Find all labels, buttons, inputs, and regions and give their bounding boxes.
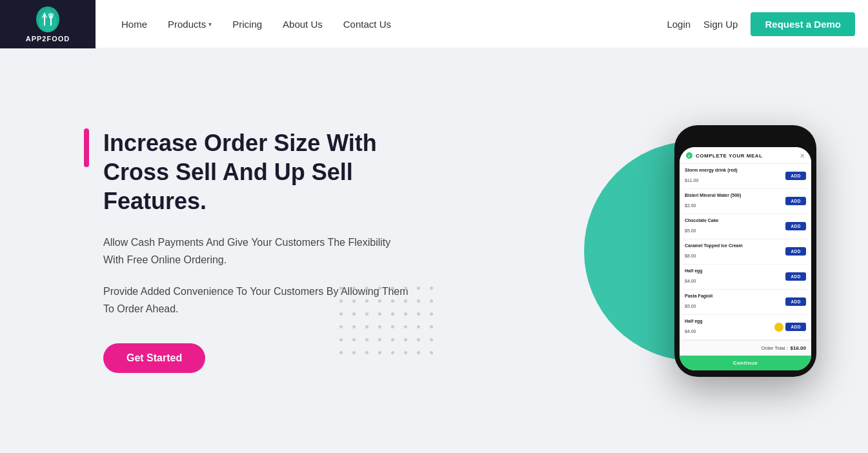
login-link[interactable]: Login xyxy=(667,19,691,30)
dot xyxy=(391,325,394,328)
dot xyxy=(417,338,420,341)
dot xyxy=(391,287,394,290)
dot xyxy=(391,338,394,341)
logo-text: APP2FOOD xyxy=(26,35,70,43)
add-item-button[interactable]: ADD xyxy=(785,247,806,256)
phone-frame: ✓ COMPLETE YOUR MEAL ✕ Storm energy drin… xyxy=(674,125,816,377)
menu-item-row: Half egg $4.00 ADD xyxy=(682,315,809,340)
hero-desc1: Allow Cash Payments And Give Your Custom… xyxy=(103,234,413,268)
add-with-dot: ADD xyxy=(774,323,806,332)
menu-item-info: Pasta Fagioli $5.00 xyxy=(685,294,785,310)
phone-header-title: ✓ COMPLETE YOUR MEAL xyxy=(686,152,763,159)
nav-actions: Login Sign Up Request a Demo xyxy=(667,12,855,36)
add-item-button[interactable]: ADD xyxy=(785,197,806,205)
continue-button[interactable]: Continue xyxy=(680,356,811,370)
accent-bar xyxy=(84,128,89,167)
menu-item-row: Bisleri Mineral Water (500) $2.00 ADD xyxy=(682,189,809,214)
hero-phone-area: ✓ COMPLETE YOUR MEAL ✕ Storm energy drin… xyxy=(674,125,816,377)
dot xyxy=(352,338,356,341)
dot xyxy=(365,325,368,328)
dot xyxy=(417,312,420,316)
chevron-down-icon: ▾ xyxy=(208,21,212,28)
dot xyxy=(365,287,368,290)
phone-screen: ✓ COMPLETE YOUR MEAL ✕ Storm energy drin… xyxy=(680,147,811,370)
hero-section: Increase Order Size With Cross Sell And … xyxy=(0,48,868,453)
dot xyxy=(417,351,420,354)
dot xyxy=(352,325,356,328)
dot xyxy=(430,299,433,303)
logo[interactable]: APP2FOOD xyxy=(0,0,96,48)
add-item-button[interactable]: ADD xyxy=(785,297,806,306)
nav-home[interactable]: Home xyxy=(121,19,147,30)
dot xyxy=(365,351,368,354)
nav-about[interactable]: About Us xyxy=(283,19,323,30)
dot-grid: // Generate dots document.currentScript.… xyxy=(339,287,439,360)
phone-header: ✓ COMPLETE YOUR MEAL ✕ xyxy=(680,147,811,164)
nav-products[interactable]: Products ▾ xyxy=(168,19,212,30)
menu-item-info: Caramel Topped Ice Cream $8.00 xyxy=(685,243,785,260)
menu-item-row: Storm energy drink (red) $11.00 ADD xyxy=(682,164,809,189)
phone-notch xyxy=(723,133,768,143)
menu-item-info: Half egg $4.00 xyxy=(685,268,785,285)
get-started-button[interactable]: Get Started xyxy=(103,343,205,373)
dot xyxy=(404,325,407,328)
menu-item-info: Half egg $4.00 xyxy=(685,319,774,336)
menu-item-info: Bisleri Mineral Water (500) $2.00 xyxy=(685,193,785,210)
nav-contact[interactable]: Contact Us xyxy=(343,19,391,30)
dot xyxy=(365,338,368,341)
dot xyxy=(404,351,407,354)
dot xyxy=(391,299,394,303)
dot xyxy=(339,325,343,328)
dot xyxy=(339,338,343,341)
dot xyxy=(417,287,420,290)
phone-mockup: ✓ COMPLETE YOUR MEAL ✕ Storm energy drin… xyxy=(674,125,816,377)
dot xyxy=(378,299,381,303)
nav-pricing[interactable]: Pricing xyxy=(232,19,262,30)
dot xyxy=(378,312,381,316)
check-icon: ✓ xyxy=(686,152,692,159)
dot xyxy=(365,312,368,316)
add-item-button[interactable]: ADD xyxy=(785,172,806,180)
nav-links: Home Products ▾ Pricing About Us Contact… xyxy=(121,19,667,30)
dot xyxy=(352,351,356,354)
close-icon[interactable]: ✕ xyxy=(800,152,805,159)
dot xyxy=(352,312,356,316)
order-total-row: Order Total : $16.00 xyxy=(680,340,811,356)
navbar: APP2FOOD Home Products ▾ Pricing About U… xyxy=(0,0,868,48)
dot xyxy=(430,338,433,341)
dot xyxy=(339,287,343,290)
dot xyxy=(378,338,381,341)
dot xyxy=(352,287,356,290)
dot xyxy=(391,312,394,316)
menu-item-info: Storm energy drink (red) $11.00 xyxy=(685,168,785,185)
dot xyxy=(339,312,343,316)
dot xyxy=(339,299,343,303)
dot xyxy=(378,325,381,328)
add-item-button[interactable]: ADD xyxy=(785,272,806,281)
hero-content: Increase Order Size With Cross Sell And … xyxy=(103,128,413,374)
dot xyxy=(404,338,407,341)
dot xyxy=(378,287,381,290)
dot xyxy=(365,299,368,303)
add-item-button[interactable]: ADD xyxy=(785,323,806,331)
dot xyxy=(339,351,343,354)
hero-title: Increase Order Size With Cross Sell And … xyxy=(103,128,413,216)
add-item-button[interactable]: ADD xyxy=(785,222,806,230)
menu-item-row: Caramel Topped Ice Cream $8.00 ADD xyxy=(682,239,809,265)
dot xyxy=(417,325,420,328)
dot xyxy=(404,299,407,303)
dot xyxy=(378,351,381,354)
request-demo-button[interactable]: Request a Demo xyxy=(751,12,855,36)
menu-item-row: Half egg $4.00 ADD xyxy=(682,265,809,290)
dot xyxy=(352,299,356,303)
menu-item-row: Pasta Fagioli $5.00 ADD xyxy=(682,290,809,315)
dot xyxy=(404,287,407,290)
dot xyxy=(430,312,433,316)
signup-link[interactable]: Sign Up xyxy=(703,19,738,30)
dot xyxy=(417,299,420,303)
dot xyxy=(430,351,433,354)
yellow-dot-indicator xyxy=(774,323,783,332)
menu-item-info: Chocolate Cake $5.00 xyxy=(685,218,785,235)
dot xyxy=(430,325,433,328)
logo-icon xyxy=(34,5,62,34)
